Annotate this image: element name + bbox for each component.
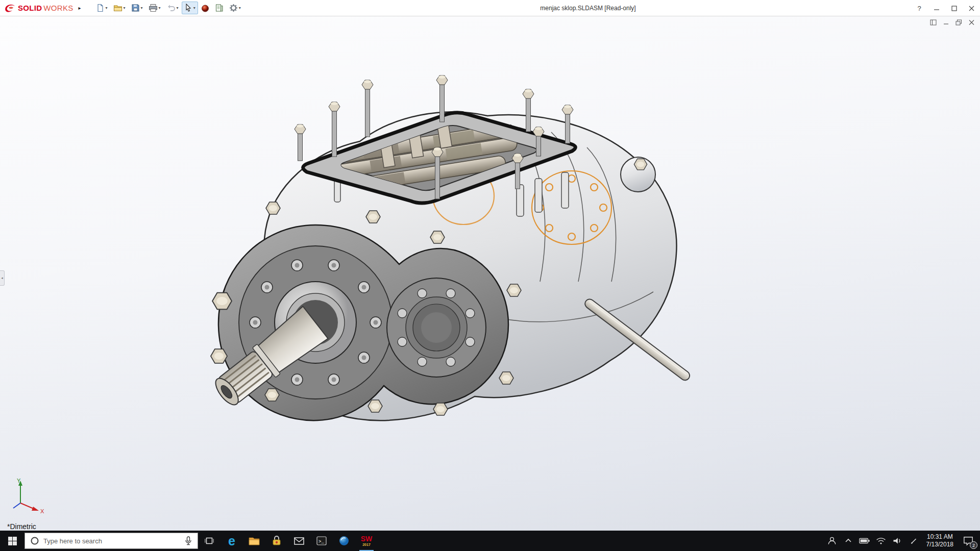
- pen-icon: [909, 536, 918, 545]
- open-button[interactable]: ▾: [111, 2, 128, 14]
- undo-button[interactable]: ▾: [164, 2, 181, 14]
- svg-text:>_: >_: [318, 539, 324, 544]
- people-button[interactable]: [825, 531, 839, 551]
- appearances-button[interactable]: [199, 2, 212, 14]
- network-button[interactable]: [874, 531, 888, 551]
- lock-icon: [271, 535, 283, 547]
- appearance-sphere-icon: [201, 4, 209, 12]
- tray-overflow-button[interactable]: [842, 531, 855, 551]
- clock-time: 10:31 AM: [926, 533, 953, 541]
- minimize-button[interactable]: [928, 0, 945, 16]
- wifi-icon: [876, 537, 886, 545]
- close-icon: [969, 6, 974, 11]
- taskbar: e >_: [0, 531, 980, 551]
- speaker-icon: [892, 536, 902, 545]
- action-center-button[interactable]: 2: [960, 531, 977, 551]
- y-axis-label: Y: [17, 478, 21, 484]
- chevron-up-icon: [844, 537, 852, 545]
- minimize-icon: [934, 6, 940, 11]
- x-axis-arrow: [32, 507, 39, 511]
- view-orientation-label: *Dimetric: [7, 522, 36, 531]
- pen-button[interactable]: [907, 531, 920, 551]
- taskbar-console-button[interactable]: >_: [310, 531, 333, 551]
- taskbar-lock-app-button[interactable]: [265, 531, 288, 551]
- file-explorer-icon: [248, 535, 260, 546]
- solidworks-logo-icon: [4, 3, 16, 14]
- taskbar-edge-button[interactable]: e: [220, 531, 243, 551]
- select-cursor-icon: [184, 4, 192, 12]
- maximize-button[interactable]: [945, 0, 963, 16]
- quick-access-toolbar: ▾ ▾ ▾ ▾: [93, 2, 243, 14]
- taskbar-clock[interactable]: 10:31 AM 7/13/2018: [923, 533, 957, 548]
- gearbox-model[interactable]: [0, 16, 980, 531]
- microphone-icon[interactable]: [184, 536, 192, 545]
- logo-text-solid: SOLID: [18, 4, 42, 12]
- blue-app-icon: [338, 535, 350, 547]
- taskbar-solidworks-button[interactable]: SW 2017: [355, 531, 378, 551]
- toolbar-expand-arrow[interactable]: ▸: [77, 5, 86, 11]
- design-library-button[interactable]: [212, 2, 226, 14]
- mail-icon: [293, 535, 305, 547]
- save-icon: [131, 4, 140, 12]
- title-bar: SOLIDWORKS ▸ ▾ ▾ ▾: [0, 0, 980, 16]
- notification-badge: 2: [970, 541, 977, 549]
- options-gear-icon: [229, 4, 238, 12]
- orientation-triad: Y X: [8, 477, 49, 516]
- output-bearing-boss[interactable]: [387, 278, 486, 377]
- taskbar-pinned-apps: e >_: [198, 531, 378, 551]
- new-document-icon: [96, 4, 105, 12]
- maximize-icon: [951, 6, 957, 11]
- graphics-area[interactable]: ◂: [0, 16, 980, 531]
- start-button[interactable]: [0, 531, 24, 551]
- cortana-circle-icon: [30, 536, 39, 545]
- taskbar-file-explorer-button[interactable]: [243, 531, 265, 551]
- console-icon: >_: [315, 535, 328, 547]
- print-button[interactable]: ▾: [146, 2, 163, 14]
- battery-icon: [859, 537, 870, 545]
- solidworks-logo: SOLIDWORKS: [0, 3, 77, 14]
- help-button[interactable]: ?: [911, 0, 928, 16]
- close-button[interactable]: [963, 0, 980, 16]
- taskbar-search[interactable]: [24, 533, 198, 549]
- logo-text-works: WORKS: [43, 4, 73, 12]
- open-icon: [113, 4, 122, 12]
- people-icon: [827, 536, 837, 546]
- options-button[interactable]: ▾: [227, 2, 243, 14]
- task-view-icon: [204, 535, 215, 546]
- select-tool-button[interactable]: ▾: [182, 2, 198, 14]
- new-document-button[interactable]: ▾: [93, 2, 110, 14]
- window-controls: ?: [911, 0, 980, 16]
- system-tray: 10:31 AM 7/13/2018 2: [825, 531, 980, 551]
- x-axis-label: X: [40, 508, 44, 514]
- solidworks-app-icon: SW 2017: [361, 535, 373, 546]
- battery-button[interactable]: [858, 531, 871, 551]
- edge-icon: e: [228, 535, 235, 547]
- design-library-icon: [215, 4, 224, 12]
- taskbar-blue-app-button[interactable]: [333, 531, 355, 551]
- print-icon: [149, 4, 158, 12]
- document-title: menjac sklop.SLDASM [Read-only]: [540, 0, 635, 16]
- clock-date: 7/13/2018: [926, 541, 953, 548]
- z-axis-arrow: [13, 503, 20, 508]
- rear-boss-bolt: [634, 159, 647, 170]
- undo-icon: [166, 4, 176, 12]
- windows-logo-icon: [8, 537, 17, 545]
- task-view-button[interactable]: [198, 531, 220, 551]
- save-button[interactable]: ▾: [129, 2, 145, 14]
- volume-button[interactable]: [891, 531, 904, 551]
- search-input[interactable]: [43, 537, 180, 545]
- taskbar-mail-button[interactable]: [288, 531, 310, 551]
